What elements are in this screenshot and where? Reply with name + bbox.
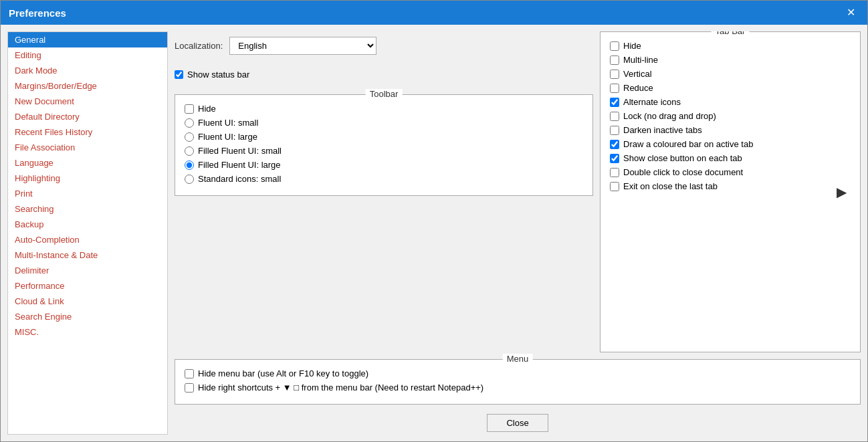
close-window-button[interactable]: ✕ (843, 6, 859, 19)
menu-checkbox-0[interactable] (185, 369, 194, 378)
sidebar-item-editing[interactable]: Editing (8, 47, 167, 63)
toolbar-radio-item-3: Filled Fluent UI: large (185, 158, 583, 172)
sidebar-item-new-document[interactable]: New Document (8, 94, 167, 109)
toolbar-radio-label-0: Fluent UI: small (198, 118, 258, 128)
sidebar-item-auto-completion[interactable]: Auto-Completion (8, 232, 167, 247)
bottom-section: Menu Hide menu bar (use Alt or F10 key t… (175, 359, 861, 435)
dialog-title: Preferences (9, 7, 66, 19)
sidebar-item-cloud---link[interactable]: Cloud & Link (8, 294, 167, 309)
toolbar-group-title: Toolbar (366, 89, 403, 99)
close-button[interactable]: Close (487, 414, 548, 432)
tab-bar-label-4: Alternate icons (623, 97, 681, 107)
sidebar-item-margins-border-edge[interactable]: Margins/Border/Edge (8, 78, 167, 94)
dialog-body: GeneralEditingDark ModeMargins/Border/Ed… (1, 25, 867, 441)
sidebar-item-highlighting[interactable]: Highlighting (8, 171, 167, 186)
status-bar-checkbox[interactable] (175, 70, 183, 79)
tab-bar-label-3: Reduce (623, 83, 653, 93)
tab-bar-item-4: Alternate icons (610, 95, 851, 109)
menu-group-title: Menu (503, 354, 533, 364)
toolbar-hide-item: Hide (185, 102, 583, 116)
toolbar-radio-item-0: Fluent UI: small (185, 116, 583, 130)
preferences-dialog: Preferences ✕ GeneralEditingDark ModeMar… (0, 0, 868, 442)
tab-bar-item-5: Lock (no drag and drop) (610, 109, 851, 123)
tab-bar-checkbox-1[interactable] (610, 56, 619, 65)
tab-bar-checkbox-10[interactable] (610, 182, 619, 191)
sidebar-item-misc-[interactable]: MISC. (8, 324, 167, 340)
tab-bar-group: Tab Bar HideMulti-lineVerticalReduceAlte… (600, 31, 861, 352)
tab-bar-checkbox-2[interactable] (610, 70, 619, 79)
tab-bar-label-5: Lock (no drag and drop) (623, 111, 716, 121)
tab-bar-checkbox-4[interactable] (610, 98, 619, 107)
toolbar-radio-item-4: Standard icons: small (185, 172, 583, 186)
tab-bar-item-1: Multi-line (610, 53, 851, 67)
sidebar-item-search-engine[interactable]: Search Engine (8, 309, 167, 324)
status-bar-label: Show status bar (187, 70, 249, 80)
menu-item-0: Hide menu bar (use Alt or F10 key to tog… (185, 366, 851, 380)
toolbar-radio-item-2: Filled Fluent UI: small (185, 144, 583, 158)
tab-bar-label-1: Multi-line (623, 55, 658, 65)
tab-bar-label-0: Hide (623, 41, 641, 51)
menu-group: Menu Hide menu bar (use Alt or F10 key t… (175, 359, 861, 405)
sidebar-item-default-directory[interactable]: Default Directory (8, 109, 167, 124)
tab-bar-label-10: Exit on close the last tab (623, 181, 718, 191)
tab-bar-checkbox-5[interactable] (610, 112, 619, 121)
localization-row: Localization: English (175, 31, 593, 60)
sidebar-item-print[interactable]: Print (8, 186, 167, 201)
right-panel: Tab Bar HideMulti-lineVerticalReduceAlte… (600, 31, 861, 352)
toolbar-radio-item-1: Fluent UI: large (185, 130, 583, 144)
tab-bar-checkbox-7[interactable] (610, 140, 619, 149)
left-panel: Localization: English Show status bar To… (175, 31, 593, 352)
sidebar-item-performance[interactable]: Performance (8, 278, 167, 294)
sidebar: GeneralEditingDark ModeMargins/Border/Ed… (7, 31, 168, 435)
tab-bar-checkbox-9[interactable] (610, 168, 619, 177)
menu-item-1: Hide right shortcuts + ▼ □ from the menu… (185, 380, 851, 395)
menu-label-1: Hide right shortcuts + ▼ □ from the menu… (198, 382, 483, 393)
sidebar-item-file-association[interactable]: File Association (8, 140, 167, 155)
menu-checkbox-1[interactable] (185, 383, 194, 393)
localization-select[interactable]: English (229, 37, 376, 55)
toolbar-hide-label: Hide (198, 104, 216, 114)
tab-bar-checkbox-8[interactable] (610, 154, 619, 163)
close-btn-row: Close (175, 409, 861, 435)
tab-bar-label-6: Darken inactive tabs (623, 125, 702, 135)
main-content: Localization: English Show status bar To… (175, 31, 861, 435)
status-bar-row: Show status bar (175, 67, 593, 82)
toolbar-radio-label-2: Filled Fluent UI: small (198, 146, 282, 156)
tab-bar-item-7: Draw a coloured bar on active tab (610, 137, 851, 151)
tab-bar-checkbox-6[interactable] (610, 126, 619, 135)
toolbar-group: Toolbar Hide Fluent UI: smallFluent UI: … (175, 94, 593, 196)
menu-label-0: Hide menu bar (use Alt or F10 key to tog… (198, 368, 368, 378)
toolbar-hide-checkbox[interactable] (185, 104, 194, 114)
sidebar-item-general[interactable]: General (8, 32, 167, 47)
tab-bar-label-2: Vertical (623, 69, 652, 79)
toolbar-radio-label-4: Standard icons: small (198, 174, 281, 184)
tab-bar-item-6: Darken inactive tabs (610, 123, 851, 137)
toolbar-radio-0[interactable] (185, 118, 194, 128)
tab-bar-item-3: Reduce (610, 81, 851, 95)
tab-bar-label-9: Double click to close document (623, 167, 743, 177)
tab-bar-checkbox-0[interactable] (610, 41, 619, 51)
tab-bar-label-8: Show close button on each tab (623, 153, 742, 163)
tab-bar-title: Tab Bar (712, 31, 750, 36)
toolbar-radio-2[interactable] (185, 146, 194, 156)
tab-bar-label-7: Draw a coloured bar on active tab (623, 139, 753, 149)
title-bar: Preferences ✕ (1, 1, 867, 25)
toolbar-radio-4[interactable] (185, 175, 194, 184)
toolbar-radio-3[interactable] (185, 160, 194, 170)
sidebar-item-recent-files-history[interactable]: Recent Files History (8, 124, 167, 140)
top-row: Localization: English Show status bar To… (175, 31, 861, 352)
sidebar-item-backup[interactable]: Backup (8, 217, 167, 232)
toolbar-radio-1[interactable] (185, 132, 194, 142)
tab-bar-item-9: Double click to close document (610, 165, 851, 179)
tab-bar-item-8: Show close button on each tab (610, 151, 851, 165)
tab-bar-item-10: Exit on close the last tab (610, 179, 851, 193)
sidebar-item-dark-mode[interactable]: Dark Mode (8, 63, 167, 78)
sidebar-item-delimiter[interactable]: Delimiter (8, 263, 167, 278)
sidebar-item-language[interactable]: Language (8, 155, 167, 171)
localization-label: Localization: (175, 41, 223, 51)
tab-bar-checkbox-3[interactable] (610, 84, 619, 93)
toolbar-radio-label-3: Filled Fluent UI: large (198, 160, 281, 170)
sidebar-item-multi-instance---date[interactable]: Multi-Instance & Date (8, 247, 167, 263)
sidebar-item-searching[interactable]: Searching (8, 201, 167, 217)
toolbar-radio-label-1: Fluent UI: large (198, 132, 257, 142)
